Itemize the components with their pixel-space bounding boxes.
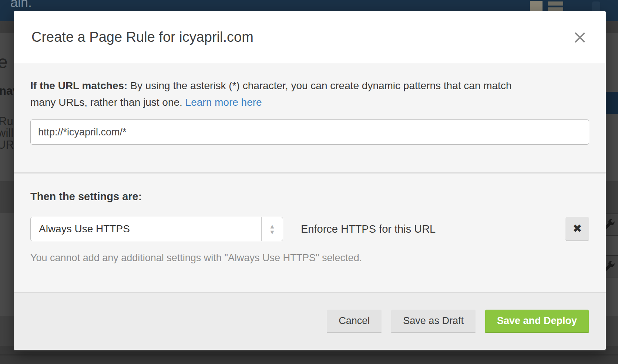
settings-section: Then the settings are: Always Use HTTPS … <box>14 173 606 292</box>
background-text-fragment: will <box>0 127 13 140</box>
close-icon[interactable]: × <box>570 27 590 47</box>
background-text-fragment: UR <box>0 138 14 152</box>
url-match-description: By using the asterisk (*) character, you… <box>130 80 511 91</box>
modal-footer: Cancel Save as Draft Save and Deploy <box>14 292 606 350</box>
url-match-description: many URLs, rather than just one. <box>30 97 182 108</box>
layout-grid-icon <box>530 1 571 12</box>
url-pattern-input[interactable] <box>30 119 589 145</box>
modal-title: Create a Page Rule for icyapril.com <box>31 29 570 45</box>
settings-heading: Then the settings are: <box>30 191 589 203</box>
remove-setting-icon[interactable]: ✖ <box>565 217 589 241</box>
learn-more-link[interactable]: Learn more here <box>185 97 262 108</box>
background-band <box>0 354 618 355</box>
cancel-button[interactable]: Cancel <box>327 310 382 333</box>
url-match-section: If the URL matches: By using the asteris… <box>14 63 606 173</box>
setting-row: Always Use HTTPS ▲ ▼ Enforce HTTPS for t… <box>30 217 589 241</box>
modal-header: Create a Page Rule for icyapril.com × <box>14 11 606 63</box>
save-and-deploy-button[interactable]: Save and Deploy <box>485 310 589 333</box>
background-text-fragment: e <box>0 52 8 72</box>
setting-select[interactable]: Always Use HTTPS ▲ ▼ <box>30 217 283 241</box>
chevron-down-icon: ▼ <box>271 230 274 235</box>
save-as-draft-button[interactable]: Save as Draft <box>391 310 476 333</box>
url-match-intro: If the URL matches: By using the asteris… <box>30 77 574 111</box>
chevron-up-icon: ▲ <box>271 224 274 229</box>
select-stepper[interactable]: ▲ ▼ <box>261 217 283 241</box>
background-text-fragment: Ru <box>0 115 13 128</box>
topbar-text-fragment: ain. <box>10 0 32 10</box>
url-match-label: If the URL matches: <box>30 80 127 91</box>
setting-select-value: Always Use HTTPS <box>31 217 261 241</box>
setting-description: Enforce HTTPS for this URL <box>301 223 436 235</box>
setting-note: You cannot add any additional settings w… <box>30 252 589 264</box>
create-page-rule-modal: Create a Page Rule for icyapril.com × If… <box>14 11 606 351</box>
